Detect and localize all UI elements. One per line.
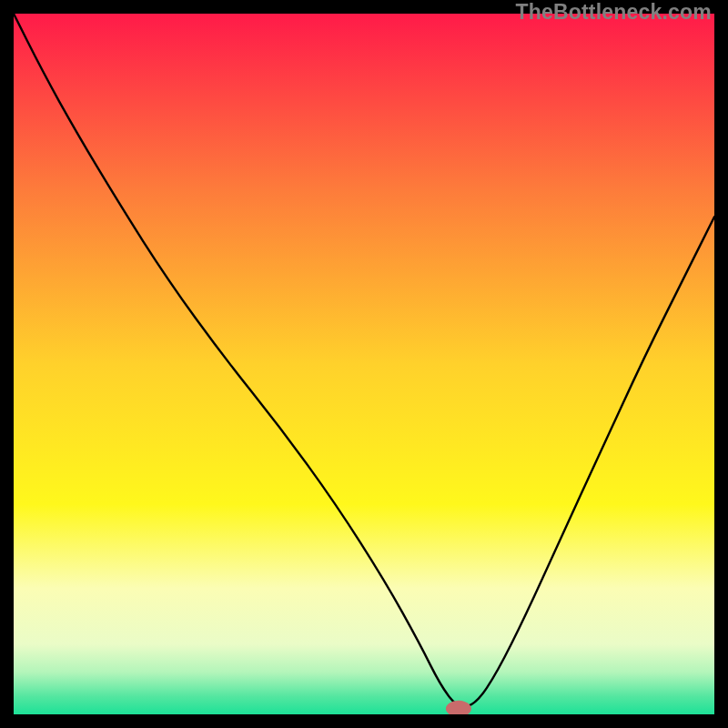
chart-canvas: TheBottleneck.com (0, 0, 728, 728)
plot-area (14, 14, 714, 714)
plot-svg (14, 14, 714, 714)
watermark-label: TheBottleneck.com (515, 0, 712, 25)
gradient-background (14, 14, 714, 714)
